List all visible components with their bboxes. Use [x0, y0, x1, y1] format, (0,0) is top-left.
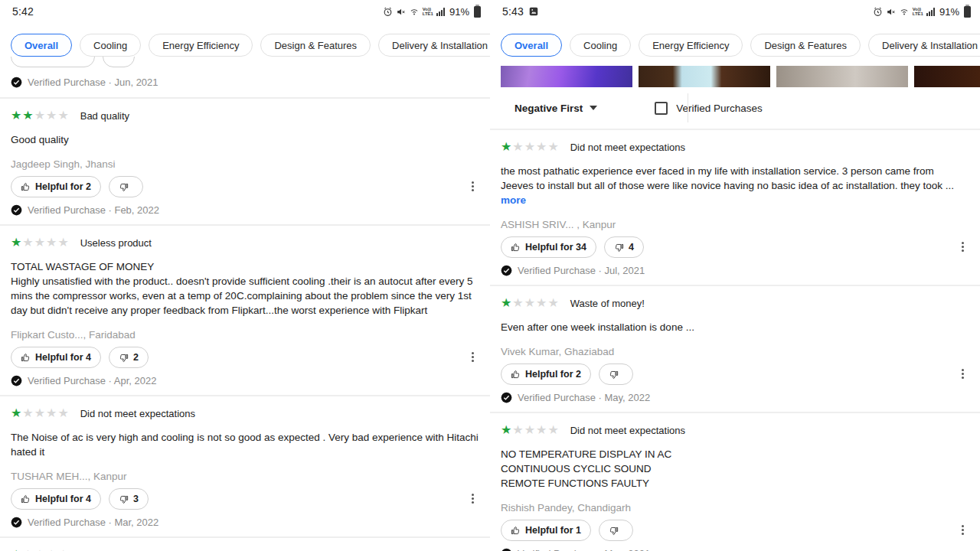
divider: [688, 93, 688, 122]
thumb-down-icon: [609, 370, 619, 380]
dislike-button[interactable]: 2: [109, 347, 149, 368]
thumb-up-icon: [21, 182, 31, 192]
review-author: Flipkart Custo..., Faridabad: [11, 329, 479, 341]
review-photo-thumbnail[interactable]: [776, 66, 908, 87]
review-author: Jagdeep Singh, Jhansi: [11, 158, 479, 170]
left-screenshot-pane: 5:42 Vo))LTE1 91% Overall Cooling Energy…: [0, 0, 490, 551]
battery-percent: 91%: [939, 6, 959, 18]
helpful-button[interactable]: Helpful for 4: [11, 488, 101, 510]
thumb-up-icon: [21, 353, 31, 363]
more-options-icon[interactable]: [466, 350, 479, 364]
clock-time: 5:43: [502, 5, 539, 18]
review-photo-strip: [501, 66, 980, 87]
helpful-button[interactable]: Helpful for 1: [501, 520, 591, 541]
verified-purchases-filter[interactable]: Verified Purchases: [655, 102, 763, 115]
star-rating: ★★★★★: [501, 296, 560, 310]
helpful-button[interactable]: Helpful for 34: [501, 236, 596, 258]
chip-energy-efficiency[interactable]: Energy Efficiency: [149, 34, 253, 57]
chip-design-features[interactable]: Design & Features: [750, 34, 861, 57]
verified-check-icon: [501, 548, 512, 551]
status-bar: 5:43 Vo))LTE1 91%: [490, 0, 980, 23]
review-title: Did not meet expectations: [570, 142, 685, 153]
chip-overall[interactable]: Overall: [501, 34, 562, 57]
verified-purchases-checkbox[interactable]: [655, 102, 668, 115]
mute-icon: [396, 7, 406, 17]
chip-design-features[interactable]: Design & Features: [260, 34, 371, 57]
verified-check-icon: [11, 204, 22, 216]
verified-purchases-label: Verified Purchases: [676, 103, 763, 114]
verified-purchase-text: Verified Purchase · Mar, 2022: [28, 517, 158, 528]
wifi-icon: [409, 7, 420, 17]
star-rating: ★★★★★: [11, 548, 70, 551]
rating-filter-chips: Overall Cooling Energy Efficiency Design…: [490, 23, 980, 57]
verified-check-icon: [501, 392, 512, 403]
more-options-icon[interactable]: [466, 180, 479, 194]
helpful-button[interactable]: Helpful for 2: [11, 176, 101, 197]
dislike-button[interactable]: [599, 520, 633, 541]
right-screenshot-pane: 5:43 Vo))LTE1 91% Overall Cooling Energy…: [490, 0, 980, 551]
screenshot-notification-icon: [528, 6, 539, 17]
verified-check-icon: [11, 77, 22, 88]
dislike-button[interactable]: [599, 364, 633, 385]
chip-overall[interactable]: Overall: [11, 34, 72, 57]
review-card: ★★★★★ Waste of money! Even after one wee…: [490, 286, 980, 412]
review-title: Did not meet expectations: [570, 425, 685, 436]
review-photo-thumbnail[interactable]: [639, 66, 770, 87]
review-author: Vivek Kumar, Ghaziabad: [501, 346, 969, 357]
alarm-icon: [873, 7, 883, 17]
star-rating: ★★★★★: [11, 109, 70, 122]
review-card: ★★★★★ Did not meet expectations NO TEMPE…: [490, 413, 980, 551]
read-more-link[interactable]: more: [501, 194, 526, 206]
thumb-down-icon: [614, 243, 624, 253]
chip-cooling[interactable]: Cooling: [570, 34, 631, 57]
dislike-button[interactable]: [103, 57, 135, 67]
battery-icon: [964, 6, 971, 18]
review-body: NO TEMPERATURE DISPLAY IN AC CONTINUOUS …: [501, 447, 969, 491]
thumb-down-icon: [609, 526, 619, 536]
helpful-button[interactable]: [11, 57, 95, 67]
review-body: Good quality: [11, 132, 479, 147]
review-card: ★★★★★ Did not meet expectations The Nois…: [0, 396, 490, 536]
volte-icon: Vo))LTE1: [913, 7, 923, 16]
review-author: ASHISH SRIV... , Kanpur: [501, 219, 969, 230]
rating-filter-chips: Overall Cooling Energy Efficiency Design…: [0, 23, 490, 57]
review-title: Bad quality: [80, 110, 129, 122]
review-title: Useless product: [80, 237, 152, 249]
review-body: the most pathatic experience ever faced …: [501, 164, 969, 207]
verified-purchase-text: Verified Purchase · Apr, 2022: [28, 375, 156, 386]
alarm-icon: [383, 7, 393, 17]
chip-cooling[interactable]: Cooling: [80, 34, 141, 57]
review-card: ★★★★★ Did not meet expectations the most…: [490, 130, 980, 285]
sort-filter-row: Negative First Verified Purchases: [490, 87, 980, 130]
volte-icon: Vo))LTE1: [423, 7, 433, 16]
helpful-button[interactable]: Helpful for 4: [11, 347, 101, 368]
verified-check-icon: [11, 517, 22, 528]
review-card: ★★★★★ Useless product TOTAL WASTAGE OF M…: [0, 226, 490, 395]
verified-check-icon: [501, 265, 512, 276]
more-options-icon[interactable]: [956, 523, 969, 537]
helpful-button[interactable]: Helpful for 2: [501, 364, 591, 385]
sort-dropdown[interactable]: Negative First: [514, 103, 597, 114]
review-photo-thumbnail[interactable]: [914, 66, 980, 87]
more-options-icon[interactable]: [956, 240, 969, 254]
chip-delivery-installation[interactable]: Delivery & Installation: [378, 34, 490, 57]
more-options-icon[interactable]: [466, 492, 479, 506]
signal-strength-icon: [926, 8, 935, 16]
verified-purchase-text: Verified Purchase · May, 2022: [518, 392, 650, 403]
clock-time: 5:42: [12, 5, 34, 18]
chip-energy-efficiency[interactable]: Energy Efficiency: [639, 34, 743, 57]
review-body-text: the most pathatic experience ever faced …: [501, 165, 954, 191]
review-card: ★★★★★ Bad quality Good quality Jagdeep S…: [0, 99, 490, 224]
dislike-button[interactable]: [109, 176, 143, 197]
thumb-down-icon: [119, 494, 129, 504]
review-photo-thumbnail[interactable]: [501, 66, 632, 87]
review-author: TUSHAR MEH..., Kanpur: [11, 471, 479, 482]
dislike-button[interactable]: 4: [604, 236, 644, 258]
chip-delivery-installation[interactable]: Delivery & Installation: [868, 34, 980, 57]
review-author: Rishish Pandey, Chandigarh: [501, 502, 969, 514]
dislike-button[interactable]: 3: [109, 488, 149, 510]
battery-icon: [474, 6, 481, 18]
more-options-icon[interactable]: [956, 367, 969, 381]
signal-strength-icon: [436, 8, 445, 16]
review-body: The Noise of ac is very high and cooling…: [11, 430, 479, 459]
